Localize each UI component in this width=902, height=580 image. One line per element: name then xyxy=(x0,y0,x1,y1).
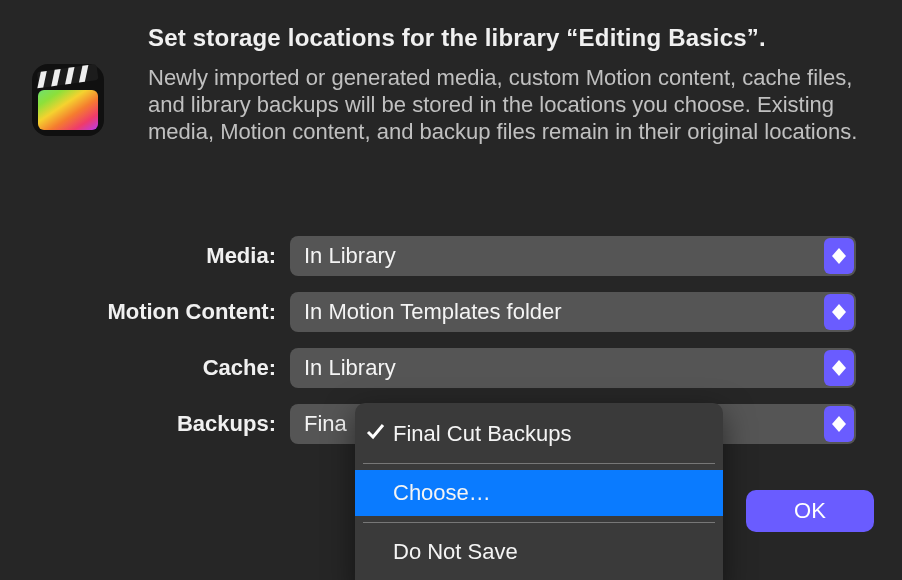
svg-marker-9 xyxy=(832,304,846,312)
checkmark-icon xyxy=(365,421,385,447)
svg-rect-1 xyxy=(38,90,98,130)
label-motion: Motion Content: xyxy=(0,299,290,325)
label-media: Media: xyxy=(0,243,290,269)
chevrons-icon xyxy=(824,406,854,442)
ok-button[interactable]: OK xyxy=(746,490,874,532)
backups-menu: Final Cut Backups Choose… Do Not Save xyxy=(355,403,723,580)
label-backups: Backups: xyxy=(0,411,290,437)
dialog-title: Set storage locations for the library “E… xyxy=(148,24,766,52)
menu-option-label: Choose… xyxy=(393,480,491,506)
svg-marker-7 xyxy=(832,248,846,256)
chevrons-icon xyxy=(824,350,854,386)
svg-marker-8 xyxy=(832,256,846,264)
dialog-description: Newly imported or generated media, custo… xyxy=(148,64,868,145)
menu-option-final-cut-backups[interactable]: Final Cut Backups xyxy=(355,411,723,457)
row-motion: Motion Content: In Motion Templates fold… xyxy=(0,284,902,340)
menu-option-label: Final Cut Backups xyxy=(393,421,572,447)
label-cache: Cache: xyxy=(0,355,290,381)
popup-motion-value: In Motion Templates folder xyxy=(304,299,562,325)
menu-option-label: Do Not Save xyxy=(393,539,518,565)
row-media: Media: In Library xyxy=(0,228,902,284)
ok-button-label: OK xyxy=(794,498,826,524)
svg-marker-13 xyxy=(832,416,846,424)
row-cache: Cache: In Library xyxy=(0,340,902,396)
svg-marker-10 xyxy=(832,312,846,320)
menu-option-choose[interactable]: Choose… xyxy=(355,470,723,516)
menu-separator xyxy=(363,463,715,464)
popup-cache[interactable]: In Library xyxy=(290,348,856,388)
menu-option-do-not-save[interactable]: Do Not Save xyxy=(355,529,723,575)
popup-backups-value: Fina xyxy=(304,411,347,437)
popup-media[interactable]: In Library xyxy=(290,236,856,276)
chevrons-icon xyxy=(824,238,854,274)
popup-media-value: In Library xyxy=(304,243,396,269)
svg-marker-12 xyxy=(832,368,846,376)
svg-marker-11 xyxy=(832,360,846,368)
app-icon xyxy=(28,60,108,140)
chevrons-icon xyxy=(824,294,854,330)
popup-cache-value: In Library xyxy=(304,355,396,381)
menu-separator xyxy=(363,522,715,523)
popup-motion[interactable]: In Motion Templates folder xyxy=(290,292,856,332)
svg-marker-14 xyxy=(832,424,846,432)
dialog: Set storage locations for the library “E… xyxy=(0,0,902,580)
